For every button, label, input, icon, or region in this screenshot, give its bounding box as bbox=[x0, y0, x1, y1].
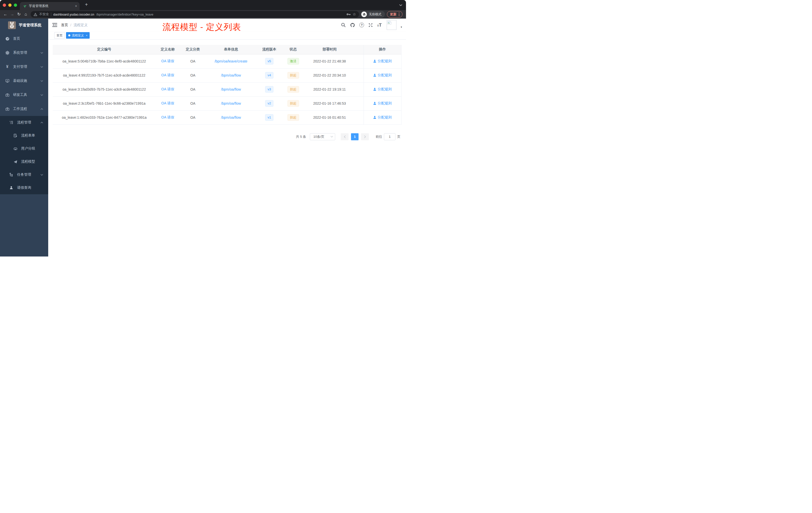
sidebar-item-dev-tools[interactable]: 研发工具 bbox=[0, 88, 48, 102]
assign-rule-link[interactable]: 分配规则 bbox=[373, 87, 392, 92]
browser-tab[interactable]: 芋道管理系统 × bbox=[20, 2, 80, 10]
page-size-select[interactable]: 10条/页 bbox=[310, 133, 335, 140]
definition-category: OA bbox=[180, 96, 206, 111]
sidebar-toggle-icon[interactable] bbox=[52, 23, 57, 27]
reload-button[interactable]: ↻ bbox=[16, 12, 22, 16]
definition-id: oa_leave:4:991f2193-7b7f-11ec-a3c8-acde4… bbox=[53, 68, 156, 82]
sidebar-item-user-group[interactable]: 用户分组 bbox=[0, 142, 48, 155]
active-dot-icon bbox=[68, 34, 70, 36]
update-label: 更新 bbox=[390, 12, 397, 17]
avatar[interactable] bbox=[387, 20, 397, 30]
user-icon bbox=[373, 88, 376, 91]
sidebar-item-process-model[interactable]: 流程模型 bbox=[0, 155, 48, 168]
deploy-time: 2022-01-22 19:19:11 bbox=[304, 82, 355, 96]
status-badge: 激活 bbox=[288, 58, 299, 65]
tag-close-icon[interactable]: × bbox=[86, 34, 87, 37]
prev-page-button[interactable] bbox=[341, 133, 348, 140]
sidebar-item-home[interactable]: 首页 bbox=[0, 32, 48, 46]
version-badge: v1 bbox=[265, 114, 274, 121]
definition-name-link[interactable]: OA 请假 bbox=[161, 101, 174, 105]
pagination: 共 5 条 10条/页 1 前往 页 bbox=[53, 133, 401, 140]
form-link[interactable]: /bpm/oa/leave/create bbox=[215, 59, 248, 63]
github-icon[interactable] bbox=[350, 23, 355, 28]
chevron-down-icon bbox=[40, 174, 43, 176]
browser-menu-icon[interactable] bbox=[399, 12, 400, 16]
address-bar[interactable]: 不安全 dashboard.yudao.iocoder.cn/bpm/manag… bbox=[31, 11, 359, 18]
sidebar-item-leave-query[interactable]: 请假查询 bbox=[0, 181, 48, 194]
table-row: oa_leave:4:991f2193-7b7f-11ec-a3c8-acde4… bbox=[53, 68, 401, 82]
app-logo[interactable]: 芋道管理系统 bbox=[0, 19, 48, 32]
definition-category: OA bbox=[180, 82, 206, 96]
app-title: 芋道管理系统 bbox=[19, 23, 41, 28]
chevron-down-icon bbox=[40, 52, 43, 54]
security-label[interactable]: 不安全 bbox=[39, 12, 49, 17]
help-icon[interactable]: ? bbox=[359, 23, 364, 27]
avatar-caret-icon[interactable]: ▾ bbox=[401, 26, 402, 28]
assign-rule-link[interactable]: 分配规则 bbox=[373, 73, 392, 78]
new-tab-button[interactable]: + bbox=[83, 2, 89, 7]
tag-home[interactable]: 首页 bbox=[54, 32, 65, 39]
sidebar-item-workflow[interactable]: 工作流程 bbox=[0, 102, 48, 116]
logo-image bbox=[8, 21, 16, 29]
form-link[interactable]: /bpm/oa/flow bbox=[221, 101, 241, 105]
tab-close-icon[interactable]: × bbox=[75, 4, 77, 8]
close-window-button[interactable] bbox=[3, 3, 6, 7]
fullscreen-icon[interactable] bbox=[368, 23, 373, 27]
definition-name-link[interactable]: OA 请假 bbox=[161, 115, 174, 119]
tag-process-definition[interactable]: 流程定义 × bbox=[66, 32, 90, 39]
goto-page-input[interactable] bbox=[384, 133, 396, 140]
form-link[interactable]: /bpm/oa/flow bbox=[221, 87, 241, 91]
search-icon[interactable] bbox=[341, 23, 346, 27]
assign-rule-link[interactable]: 分配规则 bbox=[373, 101, 392, 105]
tab-search-chevron-icon[interactable] bbox=[399, 4, 402, 6]
user-icon bbox=[373, 73, 376, 77]
back-button[interactable]: ← bbox=[2, 12, 9, 16]
home-button[interactable]: ⌂ bbox=[22, 12, 29, 16]
font-size-icon[interactable]: TT bbox=[377, 23, 382, 27]
sidebar-item-label: 流程管理 bbox=[17, 120, 40, 125]
sidebar-item-process-form[interactable]: 流程表单 bbox=[0, 129, 48, 142]
bookmark-star-icon[interactable]: ☆ bbox=[353, 12, 356, 17]
form-link[interactable]: /bpm/oa/flow bbox=[221, 73, 241, 77]
form-link[interactable]: /bpm/oa/flow bbox=[221, 116, 241, 119]
url-host: dashboard.yudao.iocoder.cn bbox=[53, 12, 94, 16]
incognito-icon bbox=[361, 11, 367, 17]
sidebar-item-task-manage[interactable]: 任务管理 bbox=[0, 168, 48, 181]
version-badge: v2 bbox=[265, 100, 274, 107]
url-divider bbox=[51, 12, 51, 16]
table-row: oa_leave:1:482ec033-762a-11ec-8477-a2380… bbox=[53, 111, 401, 124]
monitor-icon bbox=[5, 79, 9, 83]
deploy-time: 2022-01-22 20:34:10 bbox=[304, 68, 355, 82]
sidebar-item-system[interactable]: 系统管理 bbox=[0, 46, 48, 60]
minimize-window-button[interactable] bbox=[8, 3, 11, 7]
update-button[interactable]: 更新 bbox=[387, 11, 403, 18]
status-badge: 挂起 bbox=[288, 114, 299, 121]
chevron-up-icon bbox=[40, 122, 43, 123]
browser-toolbar: ← → ↻ ⌂ 不安全 dashboard.yudao.iocoder.cn/b… bbox=[0, 10, 406, 19]
password-key-icon[interactable] bbox=[347, 12, 351, 16]
assign-rule-link[interactable]: 分配规则 bbox=[373, 115, 392, 120]
definition-name-link[interactable]: OA 请假 bbox=[161, 87, 174, 91]
forward-button[interactable]: → bbox=[9, 12, 16, 16]
sidebar-item-infrastructure[interactable]: 基础设施 bbox=[0, 74, 48, 88]
current-page-button[interactable]: 1 bbox=[351, 133, 358, 140]
sidebar-item-label: 用户分组 bbox=[21, 146, 43, 151]
dashboard-icon bbox=[5, 36, 9, 41]
assign-rule-link[interactable]: 分配规则 bbox=[373, 59, 392, 63]
maximize-window-button[interactable] bbox=[14, 3, 17, 7]
sidebar-item-label: 支付管理 bbox=[13, 64, 40, 69]
sidebar-item-label: 工作流程 bbox=[13, 107, 40, 111]
col-deploy-time: 部署时间 bbox=[304, 45, 355, 54]
col-definition-category: 定义分类 bbox=[180, 45, 206, 54]
sidebar-item-payment[interactable]: ¥ 支付管理 bbox=[0, 60, 48, 74]
browser-tabstrip: 芋道管理系统 × + bbox=[0, 0, 406, 10]
sidebar-item-label: 请假查询 bbox=[17, 185, 43, 190]
tree-list-icon bbox=[9, 120, 13, 125]
incognito-badge: 无痕模式 bbox=[360, 11, 385, 18]
definition-name-link[interactable]: OA 请假 bbox=[161, 59, 174, 63]
breadcrumb-home[interactable]: 首页 bbox=[61, 23, 68, 27]
definition-name-link[interactable]: OA 请假 bbox=[161, 73, 174, 77]
next-page-button[interactable] bbox=[361, 133, 369, 140]
table-row: oa_leave:5:004b710b-7b8a-11ec-8ef0-acde4… bbox=[53, 54, 401, 68]
sidebar-item-process-manage[interactable]: 流程管理 bbox=[0, 116, 48, 129]
